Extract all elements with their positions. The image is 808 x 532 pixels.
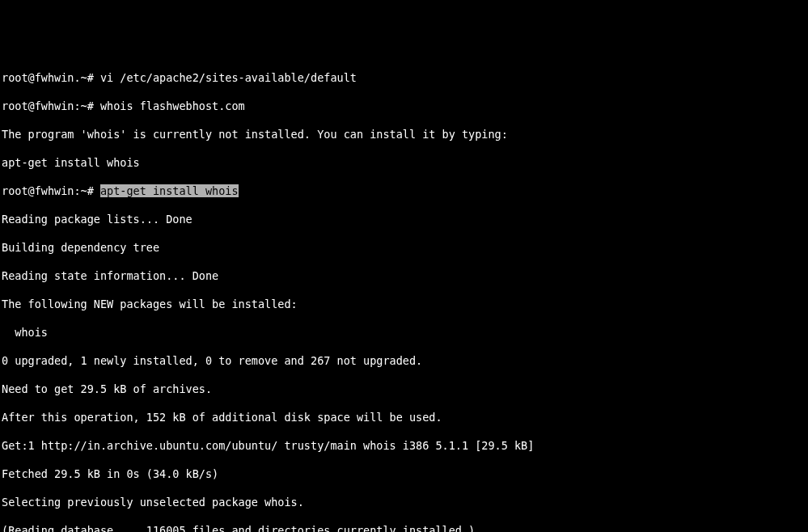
terminal-line: Selecting previously unselected package … — [2, 496, 806, 510]
shell-prompt: root@fwhwin:~# — [2, 99, 100, 112]
terminal-window[interactable]: root@fwhwin.~# vi /etc/apache2/sites-ava… — [0, 57, 808, 532]
highlighted-command: apt-get install whois — [100, 184, 239, 197]
terminal-line: Reading state information... Done — [2, 269, 806, 284]
terminal-line: Reading package lists... Done — [2, 213, 806, 227]
terminal-line: (Reading database ... 116005 files and d… — [2, 524, 806, 533]
terminal-line: Building dependency tree — [2, 241, 806, 255]
terminal-line: root@fwhwin:~# apt-get install whois — [2, 184, 806, 199]
terminal-line: Fetched 29.5 kB in 0s (34.0 kB/s) — [2, 467, 806, 482]
terminal-line: root@fwhwin.~# vi /etc/apache2/sites-ava… — [2, 71, 806, 86]
terminal-line: root@fwhwin:~# whois flashwebhost.com — [2, 99, 806, 114]
terminal-line: Get:1 http://in.archive.ubuntu.com/ubunt… — [2, 439, 806, 454]
terminal-line: After this operation, 152 kB of addition… — [2, 411, 806, 425]
terminal-line: The program 'whois' is currently not ins… — [2, 128, 806, 142]
terminal-line: 0 upgraded, 1 newly installed, 0 to remo… — [2, 354, 806, 369]
command-text: whois flashwebhost.com — [100, 99, 245, 112]
terminal-line: Need to get 29.5 kB of archives. — [2, 382, 806, 397]
terminal-line: apt-get install whois — [2, 156, 806, 171]
terminal-line: The following NEW packages will be insta… — [2, 298, 806, 312]
shell-prompt: root@fwhwin:~# — [2, 184, 100, 197]
terminal-line: whois — [2, 326, 806, 340]
